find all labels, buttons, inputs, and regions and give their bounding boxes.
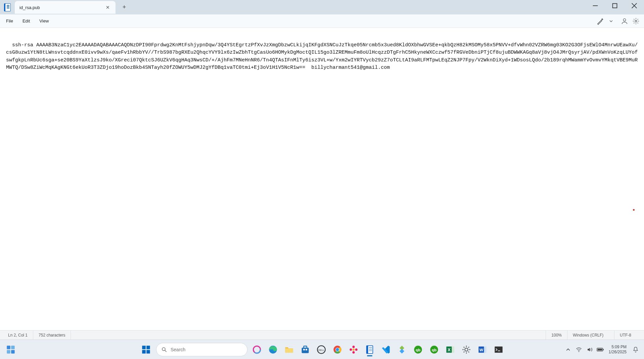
taskbar-left [3, 342, 18, 357]
svg-line-15 [165, 350, 167, 352]
svg-point-4 [623, 18, 626, 21]
settings-taskbar-icon [462, 345, 471, 354]
taskbar-clock[interactable]: 5:09 PM 1/26/2025 [607, 345, 629, 355]
menu-edit[interactable]: Edit [18, 16, 35, 25]
store-icon [301, 345, 310, 354]
svg-point-34 [350, 348, 352, 351]
gear-icon [632, 17, 640, 25]
svg-rect-47 [452, 346, 454, 353]
minimize-button[interactable] [586, 0, 605, 11]
dell-icon: DELL [317, 345, 326, 354]
folder-icon [284, 345, 294, 354]
tray-wifi[interactable] [574, 343, 583, 356]
taskbar: DELL qb qb X W [0, 340, 644, 359]
taskbar-quickbooks-1[interactable]: qb [411, 342, 425, 357]
svg-point-30 [336, 348, 339, 351]
maximize-button[interactable] [605, 0, 625, 11]
bell-icon [632, 346, 639, 353]
taskbar-settings[interactable] [460, 342, 473, 357]
svg-text:qb: qb [432, 347, 436, 352]
tab-active[interactable]: id_rsa.pub ✕ [15, 1, 116, 14]
vscode-icon [381, 345, 390, 354]
window-controls [586, 0, 644, 11]
taskbar-notepad[interactable] [363, 342, 376, 357]
tray-overflow[interactable] [564, 343, 572, 356]
new-tab-button[interactable]: + [118, 1, 130, 13]
ai-dropdown[interactable] [606, 16, 616, 27]
taskbar-center: DELL qb qb X W [139, 342, 505, 357]
svg-rect-37 [367, 346, 368, 353]
taskbar-right: 5:09 PM 1/26/2025 [564, 343, 641, 356]
search-icon [161, 347, 167, 353]
tray-volume[interactable] [585, 343, 594, 356]
terminal-icon [494, 345, 503, 354]
chevron-down-icon [609, 19, 613, 23]
clock-time: 5:09 PM [609, 345, 627, 350]
taskbar-explorer[interactable] [282, 342, 296, 357]
settings-button[interactable] [631, 16, 641, 27]
cursor-indicator [633, 209, 635, 211]
editor-content: ssh-rsa AAAAB3NzaC1yc2EAAAADAQABAAACAQDN… [6, 42, 638, 71]
notepad-icon [4, 3, 11, 11]
status-encoding[interactable]: UTF-8 [614, 330, 641, 340]
taskbar-copilot[interactable] [250, 342, 264, 357]
svg-rect-19 [285, 348, 293, 353]
qb-icon: qb [413, 345, 423, 354]
start-button[interactable] [139, 342, 153, 357]
word-icon: W [478, 345, 487, 354]
taskbar-vscode[interactable] [379, 342, 393, 357]
menu-view[interactable]: View [35, 16, 53, 25]
widgets-button[interactable] [3, 342, 18, 357]
app-icon [0, 0, 15, 14]
svg-rect-23 [306, 349, 307, 350]
taskbar-app-1[interactable] [347, 342, 360, 357]
svg-rect-8 [7, 350, 10, 354]
svg-rect-7 [11, 346, 14, 349]
windows-icon [141, 345, 151, 354]
svg-rect-55 [597, 349, 602, 351]
status-zoom[interactable]: 100% [546, 330, 567, 340]
svg-text:qb: qb [416, 347, 420, 352]
close-button[interactable] [625, 0, 644, 11]
taskbar-word[interactable]: W [476, 342, 489, 357]
menu-file[interactable]: File [1, 16, 18, 25]
notepad-taskbar-icon [365, 345, 374, 354]
taskbar-chrome[interactable] [331, 342, 344, 357]
svg-text:X: X [448, 347, 451, 352]
statusbar: Ln 2, Col 1 752 characters 100% Windows … [0, 330, 644, 340]
taskbar-edge[interactable] [266, 342, 280, 357]
svg-point-33 [353, 351, 355, 353]
chrome-icon [333, 345, 342, 354]
taskbar-quickbooks-2[interactable]: qb [427, 342, 441, 357]
status-position[interactable]: Ln 2, Col 1 [3, 330, 33, 340]
taskbar-excel[interactable]: X [444, 342, 457, 357]
diamond-icon [397, 345, 407, 354]
taskbar-dell[interactable]: DELL [315, 342, 328, 357]
taskbar-app-2[interactable] [395, 342, 409, 357]
wifi-icon [576, 347, 582, 353]
taskbar-terminal[interactable] [492, 342, 505, 357]
tray-battery[interactable] [596, 343, 605, 356]
svg-rect-56 [603, 349, 604, 350]
notifications-button[interactable] [631, 343, 641, 356]
svg-rect-10 [142, 346, 146, 349]
chevron-up-icon [566, 347, 570, 352]
ai-rewrite-button[interactable] [595, 16, 606, 27]
svg-rect-11 [146, 346, 150, 349]
svg-point-5 [635, 20, 637, 22]
account-button[interactable] [619, 16, 630, 27]
svg-point-14 [162, 348, 165, 351]
volume-icon [587, 347, 593, 353]
taskbar-store[interactable] [298, 342, 312, 357]
widgets-icon [6, 345, 15, 354]
text-editor[interactable]: ssh-rsa AAAAB3NzaC1yc2EAAAADAQABAAACAQDN… [0, 28, 644, 330]
svg-text:W: W [479, 347, 483, 352]
taskbar-search[interactable] [156, 343, 247, 356]
tab-close-button[interactable]: ✕ [104, 4, 111, 11]
search-input[interactable] [171, 347, 242, 352]
status-line-endings[interactable]: Windows (CRLF) [567, 330, 614, 340]
user-icon [621, 17, 628, 25]
menubar: File Edit View [0, 14, 644, 28]
svg-rect-52 [495, 346, 502, 353]
svg-rect-22 [303, 349, 305, 350]
